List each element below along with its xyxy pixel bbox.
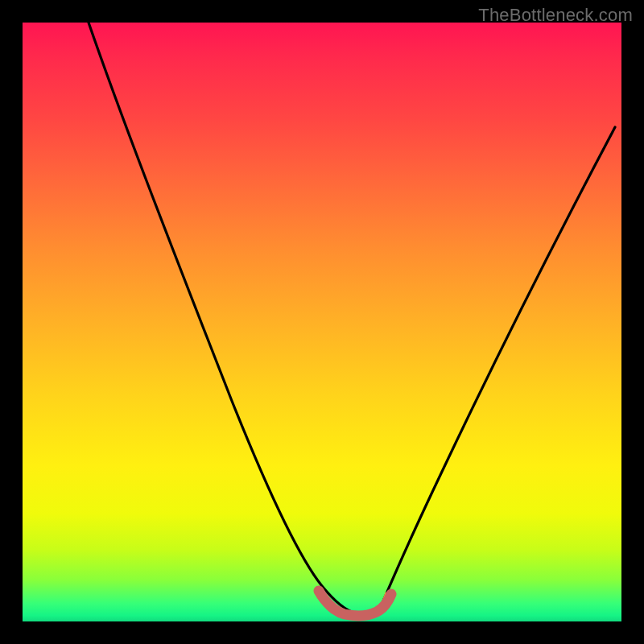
bottleneck-curve-path — [89, 23, 615, 614]
plot-area — [23, 23, 621, 621]
curve-layer — [23, 23, 621, 621]
chart-frame: TheBottleneck.com — [0, 0, 644, 644]
watermark-text: TheBottleneck.com — [478, 5, 633, 26]
